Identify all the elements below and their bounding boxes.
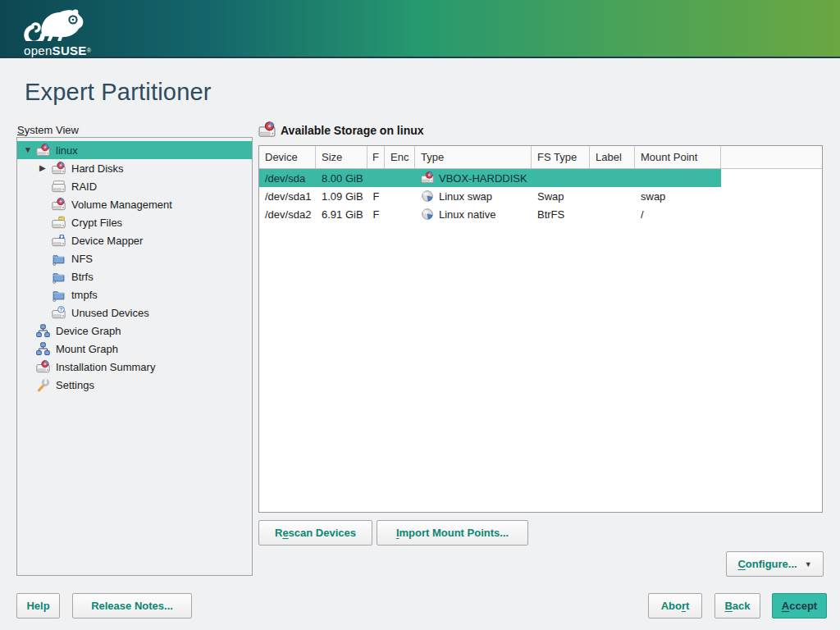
sidebar-item-label: Device Mapper: [71, 235, 143, 247]
sidebar-item-label: Crypt Files: [71, 217, 122, 229]
top-banner: openSUSE®: [0, 0, 840, 58]
raid-disk-icon: [52, 180, 66, 194]
volume-disk-icon: [52, 198, 66, 212]
sidebar-item-label: NFS: [71, 253, 93, 265]
size-cell: 8.00 GiB: [316, 169, 368, 187]
column-header-fs-type: FS Type: [532, 146, 590, 168]
column-header-filler: [721, 146, 822, 168]
configure-button[interactable]: Configure...▼: [726, 551, 824, 577]
dropdown-arrow-icon: ▼: [805, 560, 812, 568]
sidebar-item-volume-management[interactable]: Volume Management: [17, 195, 252, 213]
column-header-size: Size: [316, 146, 368, 168]
import-mount-points-button[interactable]: Import Mount Points...: [377, 520, 528, 546]
release-notes-button[interactable]: Release Notes...: [72, 593, 192, 619]
accept-button[interactable]: Accept: [772, 593, 827, 619]
sidebar-item-label: Btrfs: [71, 271, 94, 283]
mount-point-cell: [635, 169, 721, 187]
expand-arrow-icon[interactable]: ▶: [39, 164, 52, 172]
format-flag-cell: F: [368, 205, 385, 223]
label-cell: [590, 169, 635, 187]
back-button[interactable]: Back: [714, 593, 760, 619]
sidebar-item-label: Volume Management: [71, 199, 172, 211]
sidebar-item-label: Installation Summary: [56, 361, 155, 373]
label-cell: [590, 187, 635, 205]
storage-table-body: /dev/sda8.00 GiBVBOX-HARDDISK/dev/sda11.…: [259, 169, 822, 223]
sidebar-item-mount-graph[interactable]: Mount Graph: [17, 340, 252, 358]
sidebar-item-label: RAID: [71, 180, 97, 193]
sidebar-item-label: Hard Disks: [71, 162, 124, 175]
crypt-disk-icon: [52, 216, 66, 230]
type-cell: Linux native: [415, 205, 532, 223]
fs-type-cell: Swap: [532, 187, 590, 205]
storage-row-dev-sda2[interactable]: /dev/sda26.91 GiBFLinux nativeBtrFS/: [259, 205, 721, 223]
format-flag-cell: F: [368, 187, 385, 205]
page-title: Expert Partitioner: [25, 79, 212, 106]
sidebar-item-hard-disks[interactable]: ▶Hard Disks: [17, 159, 252, 177]
fs-type-cell: BtrFS: [532, 205, 590, 223]
network-folder-icon: [52, 252, 66, 266]
device-cell: /dev/sda: [259, 169, 316, 187]
node-graph-icon: [36, 342, 50, 356]
chameleon-icon: [21, 5, 87, 41]
device-cell: /dev/sda2: [259, 205, 316, 223]
sidebar-item-settings[interactable]: Settings: [17, 376, 252, 394]
device-mapper-disk-icon: [52, 234, 66, 248]
system-view-panel: ▼linux▶Hard DisksRAIDVolume ManagementCr…: [16, 137, 253, 576]
encryption-cell: [385, 169, 415, 187]
rescan-devices-button[interactable]: Rescan Devices: [258, 520, 372, 546]
available-storage-heading-text: Available Storage on linux: [281, 124, 424, 137]
mount-point-cell: /: [635, 205, 721, 223]
type-cell: Linux swap: [415, 187, 532, 205]
column-header-mount-point: Mount Point: [635, 146, 721, 168]
sidebar-item-installation-summary[interactable]: Installation Summary: [17, 358, 252, 376]
network-folder-icon: [52, 288, 66, 302]
sidebar-item-label: Mount Graph: [56, 343, 118, 355]
help-button[interactable]: Help: [16, 593, 60, 619]
sidebar-item-label: Device Graph: [56, 325, 121, 337]
storage-table: DeviceSizeFEncTypeFS TypeLabelMount Poin…: [258, 145, 823, 513]
sidebar-item-btrfs[interactable]: Btrfs: [17, 267, 252, 285]
abort-button[interactable]: Abort: [648, 593, 702, 619]
column-header-enc: Enc: [385, 146, 415, 168]
mount-point-cell: swap: [635, 187, 721, 205]
sidebar-item-label: linux: [56, 144, 78, 157]
network-folder-icon: [52, 270, 66, 284]
settings-wrench-icon: [36, 378, 50, 392]
column-header-type: Type: [415, 146, 532, 168]
column-header-f: F: [368, 146, 385, 168]
sidebar-item-unused-devices[interactable]: ?Unused Devices: [17, 304, 252, 322]
sidebar-item-linux[interactable]: ▼linux: [17, 141, 252, 159]
storage-row-dev-sda[interactable]: /dev/sda8.00 GiBVBOX-HARDDISK: [259, 169, 721, 187]
device-cell: /dev/sda1: [259, 187, 316, 205]
label-cell: [590, 205, 635, 223]
storage-row-dev-sda1[interactable]: /dev/sda11.09 GiBFLinux swapSwapswap: [259, 187, 721, 205]
sidebar-item-nfs[interactable]: NFS: [17, 249, 252, 267]
storage-table-header: DeviceSizeFEncTypeFS TypeLabelMount Poin…: [259, 146, 822, 169]
hard-disk-icon: [36, 360, 50, 374]
available-storage-heading: Available Storage on linux: [258, 121, 424, 139]
partition-icon: [421, 189, 434, 203]
sidebar-item-label: tmpfs: [71, 289, 98, 301]
sidebar-item-raid[interactable]: RAID: [17, 177, 252, 195]
hard-disk-icon: [52, 162, 66, 176]
format-flag-cell: [368, 169, 385, 187]
column-header-device: Device: [259, 146, 316, 168]
hard-disk-icon: [258, 121, 276, 139]
size-cell: 6.91 GiB: [316, 205, 368, 223]
encryption-cell: [385, 205, 415, 223]
svg-text:?: ?: [60, 306, 63, 312]
opensuse-logo: openSUSE®: [21, 5, 91, 57]
opensuse-wordmark: openSUSE®: [24, 45, 91, 57]
sidebar-item-device-graph[interactable]: Device Graph: [17, 322, 252, 340]
type-cell: VBOX-HARDDISK: [415, 169, 532, 187]
encryption-cell: [385, 187, 415, 205]
node-graph-icon: [36, 324, 50, 338]
partition-icon: [421, 208, 434, 221]
sidebar-item-tmpfs[interactable]: tmpfs: [17, 285, 252, 304]
sidebar-item-device-mapper[interactable]: Device Mapper: [17, 231, 252, 249]
fs-type-cell: [532, 169, 590, 187]
collapse-arrow-icon[interactable]: ▼: [24, 146, 36, 154]
hard-disk-icon: [421, 171, 434, 185]
sidebar-item-crypt-files[interactable]: Crypt Files: [17, 213, 252, 231]
system-view-label: System View: [17, 124, 79, 136]
